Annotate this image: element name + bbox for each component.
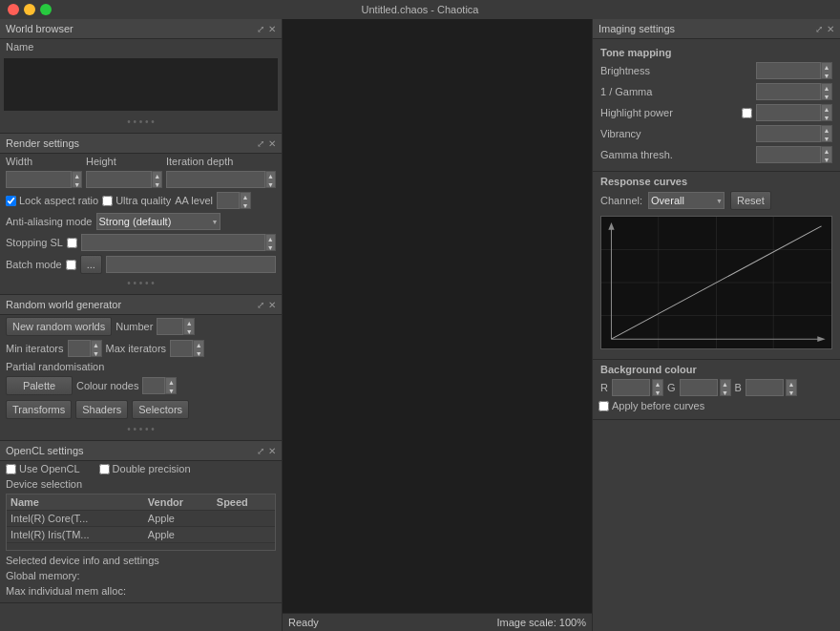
vibrancy-field[interactable]: 1.0 ▲▼ <box>756 125 832 142</box>
channel-select[interactable]: Overall <box>648 192 724 209</box>
resize-icon4[interactable]: ⤢ <box>257 446 264 456</box>
close-icon[interactable]: ✕ <box>268 24 276 34</box>
lock-aspect-input[interactable] <box>6 196 16 206</box>
height-spinner[interactable]: ▲▼ <box>152 171 162 188</box>
batch-path-input[interactable] <box>106 256 276 273</box>
close-icon4[interactable]: ✕ <box>268 446 276 456</box>
brightness-spinner[interactable]: ▲▼ <box>821 62 832 79</box>
lock-aspect-checkbox[interactable]: Lock aspect ratio <box>6 195 98 206</box>
brightness-input[interactable]: 4.0 <box>756 62 821 79</box>
minimize-button[interactable] <box>24 4 35 15</box>
selectors-btn[interactable]: Selectors <box>132 400 189 419</box>
resize-icon[interactable]: ⤢ <box>257 24 264 34</box>
b-input[interactable]: 0.0 <box>746 379 784 396</box>
iter-spinner[interactable]: ▲▼ <box>265 171 276 188</box>
channel-select-wrap[interactable]: Overall <box>648 192 724 209</box>
colour-nodes-spinner[interactable]: ▲▼ <box>165 377 177 394</box>
width-field[interactable]: 1024 ▲▼ <box>6 171 82 188</box>
antialiasing-select[interactable]: Strong (default) <box>96 213 220 230</box>
max-iter-spinner[interactable]: ▲▼ <box>193 340 204 357</box>
close-icon2[interactable]: ✕ <box>268 138 276 149</box>
batch-input[interactable] <box>66 260 76 270</box>
gamma-thresh-input[interactable]: 0.0 <box>756 146 821 163</box>
gamma-input[interactable]: 4.0 <box>756 83 821 100</box>
gamma-thresh-spinner[interactable]: ▲▼ <box>821 146 832 163</box>
use-opencl-input[interactable] <box>6 464 16 474</box>
vibrancy-spinner[interactable]: ▲▼ <box>821 125 832 142</box>
gamma-row: 1 / Gamma 4.0 ▲▼ <box>593 81 840 102</box>
width-input[interactable]: 1024 <box>6 171 72 188</box>
table-row[interactable]: Intel(R) Iris(TM... Apple <box>7 527 275 543</box>
g-input[interactable]: 0.0 <box>680 379 718 396</box>
resize-icon2[interactable]: ⤢ <box>257 138 264 149</box>
stopping-field[interactable]: 8.00 ▲▼ <box>81 234 276 251</box>
min-iter-spinner[interactable]: ▲▼ <box>91 340 102 357</box>
brightness-field[interactable]: 4.0 ▲▼ <box>756 62 832 79</box>
apply-before-checkbox[interactable]: Apply before curves <box>598 400 704 411</box>
number-field[interactable]: 9 ▲▼ <box>157 318 195 335</box>
palette-btn[interactable]: Palette <box>6 376 73 395</box>
max-iter-input[interactable]: 5 <box>170 340 193 357</box>
b-spinner[interactable]: ▲▼ <box>786 379 797 396</box>
gamma-field[interactable]: 4.0 ▲▼ <box>756 83 832 100</box>
ultra-quality-input[interactable] <box>102 196 113 206</box>
aa-level-field[interactable]: 2 ▲▼ <box>217 192 251 209</box>
ultra-quality-checkbox[interactable]: Ultra quality <box>102 195 171 206</box>
min-iter-field[interactable]: 3 ▲▼ <box>68 340 102 357</box>
new-random-btn[interactable]: New random worlds <box>6 317 112 336</box>
r-spinner[interactable]: ▲▼ <box>652 379 663 396</box>
title-bar: Untitled.chaos - Chaotica <box>0 0 840 19</box>
gamma-thresh-field[interactable]: 0.0 ▲▼ <box>756 146 832 163</box>
vibrancy-input[interactable]: 1.0 <box>756 125 821 142</box>
highlight-input[interactable]: 0.05 <box>756 104 821 121</box>
batch-path-field[interactable] <box>106 256 276 273</box>
partial-rand-label-row: Partial randomisation <box>0 359 282 374</box>
apply-before-input[interactable] <box>598 401 609 411</box>
g-input-group[interactable]: 0.0 ▲▼ <box>680 379 731 396</box>
r-input-group[interactable]: 0.0 ▲▼ <box>612 379 663 396</box>
width-spinner[interactable]: ▲▼ <box>72 171 82 188</box>
gamma-spinner[interactable]: ▲▼ <box>821 83 832 100</box>
stopping-checkbox[interactable] <box>67 238 77 248</box>
close-button[interactable] <box>8 4 19 15</box>
highlight-field[interactable]: 0.05 ▲▼ <box>756 104 832 121</box>
vibrancy-label: Vibrancy <box>600 128 752 139</box>
double-precision-input[interactable] <box>99 464 110 474</box>
reset-btn[interactable]: Reset <box>730 191 771 210</box>
iter-depth-input[interactable]: 10000 <box>166 171 265 188</box>
shaders-btn[interactable]: Shaders <box>75 400 128 419</box>
resize-icon5[interactable]: ⤢ <box>815 24 823 34</box>
batch-checkbox[interactable] <box>66 260 76 270</box>
number-input[interactable]: 9 <box>157 318 183 335</box>
maximize-button[interactable] <box>40 4 52 15</box>
stopping-input[interactable] <box>67 238 77 248</box>
g-spinner[interactable]: ▲▼ <box>720 379 731 396</box>
height-field[interactable]: 640 ▲▼ <box>86 171 162 188</box>
highlight-spinner[interactable]: ▲▼ <box>821 104 832 121</box>
double-precision-checkbox[interactable]: Double precision <box>99 463 191 474</box>
colour-nodes-input[interactable]: 8 <box>142 377 165 394</box>
table-row[interactable]: Intel(R) Core(T... Apple <box>7 511 275 527</box>
stopping-spinner[interactable]: ▲▼ <box>265 234 276 251</box>
aa-spinner[interactable]: ▲▼ <box>240 192 251 209</box>
highlight-checkbox[interactable] <box>742 108 752 118</box>
device-col-name: Name <box>7 494 144 511</box>
close-icon5[interactable]: ✕ <box>827 24 834 34</box>
iter-depth-field[interactable]: 10000 ▲▼ <box>166 171 276 188</box>
transforms-btn[interactable]: Transforms <box>6 400 72 419</box>
colour-nodes-field[interactable]: 8 ▲▼ <box>142 377 177 394</box>
max-iter-field[interactable]: 5 ▲▼ <box>170 340 204 357</box>
b-input-group[interactable]: 0.0 ▲▼ <box>746 379 797 396</box>
stopping-value-input[interactable]: 8.00 <box>81 234 265 251</box>
r-input[interactable]: 0.0 <box>612 379 650 396</box>
aa-level-input[interactable]: 2 <box>217 192 240 209</box>
close-icon3[interactable]: ✕ <box>268 300 276 310</box>
height-input[interactable]: 640 <box>86 171 152 188</box>
antialiasing-select-wrap[interactable]: Strong (default) <box>96 213 220 230</box>
batch-btn[interactable]: ... <box>80 255 102 274</box>
use-opencl-checkbox[interactable]: Use OpenCL <box>6 463 80 474</box>
min-iter-input[interactable]: 3 <box>68 340 91 357</box>
resize-icon3[interactable]: ⤢ <box>257 300 264 310</box>
response-curves-canvas[interactable] <box>600 216 832 349</box>
number-spinner[interactable]: ▲▼ <box>183 318 195 335</box>
